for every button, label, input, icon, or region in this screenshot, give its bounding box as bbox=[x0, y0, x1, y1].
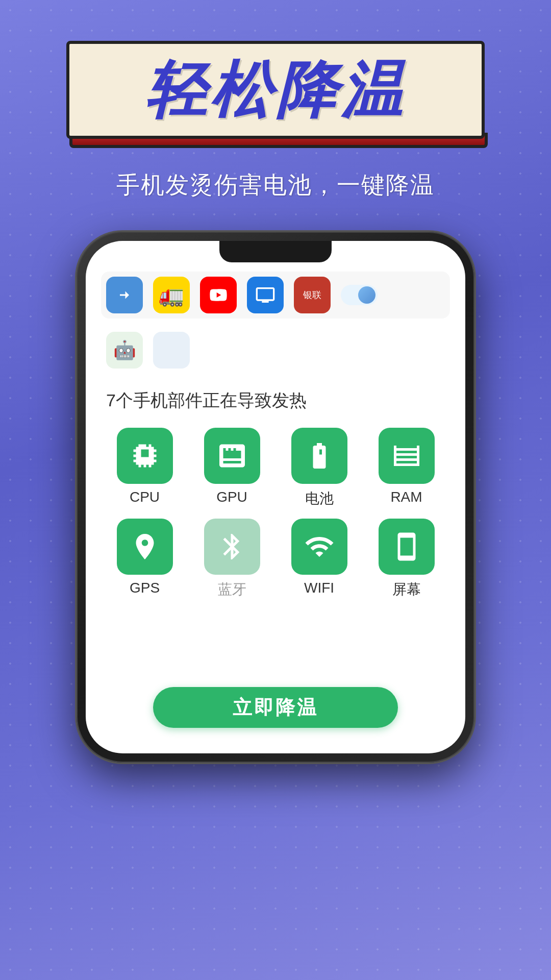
ram-icon-bg bbox=[379, 428, 435, 484]
component-cpu[interactable]: CPU bbox=[106, 428, 183, 508]
cpu-icon bbox=[130, 440, 160, 471]
app-icon-bot[interactable]: 🤖 bbox=[106, 332, 143, 369]
app-icons-row-2: 🤖 bbox=[101, 327, 450, 374]
battery-icon bbox=[304, 440, 335, 471]
battery-label: 电池 bbox=[305, 489, 334, 508]
app-icon-tv[interactable] bbox=[247, 277, 284, 313]
app-icon-pay[interactable]: 银联 bbox=[294, 277, 331, 313]
wifi-icon bbox=[304, 531, 335, 562]
gpu-label: GPU bbox=[216, 489, 247, 505]
phone-outer: 🚛 银联 bbox=[77, 232, 474, 763]
component-gpu[interactable]: GPU bbox=[193, 428, 270, 508]
cool-button-text: 立即降温 bbox=[233, 695, 318, 721]
title-banner: 轻松降温 bbox=[66, 41, 485, 139]
main-title: 轻松降温 bbox=[145, 56, 406, 124]
screen-icon-bg bbox=[379, 519, 435, 575]
cpu-icon-bg bbox=[117, 428, 173, 484]
app-icon-empty bbox=[153, 332, 190, 369]
toggle-knob bbox=[358, 286, 375, 304]
component-grid: CPU GPU bbox=[101, 428, 450, 599]
ram-icon bbox=[391, 440, 422, 471]
cool-button[interactable]: 立即降温 bbox=[153, 687, 398, 728]
cpu-label: CPU bbox=[130, 489, 160, 505]
phone-screen: 🚛 银联 bbox=[86, 241, 465, 753]
gpu-icon-bg bbox=[204, 428, 260, 484]
ram-label: RAM bbox=[390, 489, 422, 505]
app-icon-toggle[interactable] bbox=[341, 285, 378, 305]
heating-text: 7个手机部件正在导致发热 bbox=[106, 389, 450, 412]
phone-notch bbox=[219, 241, 332, 262]
wifi-icon-bg bbox=[291, 519, 347, 575]
bluetooth-icon bbox=[217, 531, 247, 562]
battery-icon-bg bbox=[291, 428, 347, 484]
component-bluetooth[interactable]: 蓝牙 bbox=[193, 519, 270, 599]
main-content: 轻松降温 手机发烫伤害电池，一键降温 🚛 bbox=[0, 0, 551, 763]
app-icon-arrow[interactable] bbox=[106, 277, 143, 313]
screen-content: 🚛 银联 bbox=[86, 241, 465, 753]
component-ram[interactable]: RAM bbox=[368, 428, 445, 508]
gps-icon bbox=[130, 531, 160, 562]
bluetooth-icon-bg bbox=[204, 519, 260, 575]
component-battery[interactable]: 电池 bbox=[281, 428, 358, 508]
app-icon-truck[interactable]: 🚛 bbox=[153, 277, 190, 313]
subtitle: 手机发烫伤害电池，一键降温 bbox=[116, 169, 435, 201]
component-wifi[interactable]: WIFI bbox=[281, 519, 358, 599]
app-icon-youtube[interactable] bbox=[200, 277, 237, 313]
app-icons-row-1: 🚛 银联 bbox=[101, 272, 450, 318]
gpu-icon bbox=[217, 440, 247, 471]
phone-mockup: 🚛 银联 bbox=[77, 232, 474, 763]
gps-label: GPS bbox=[130, 580, 160, 596]
bluetooth-label: 蓝牙 bbox=[218, 580, 246, 599]
screen-label: 屏幕 bbox=[392, 580, 421, 599]
title-banner-inner: 轻松降温 bbox=[66, 41, 485, 139]
component-gps[interactable]: GPS bbox=[106, 519, 183, 599]
component-screen[interactable]: 屏幕 bbox=[368, 519, 445, 599]
wifi-label: WIFI bbox=[304, 580, 334, 596]
gps-icon-bg bbox=[117, 519, 173, 575]
screen-icon bbox=[391, 531, 422, 562]
